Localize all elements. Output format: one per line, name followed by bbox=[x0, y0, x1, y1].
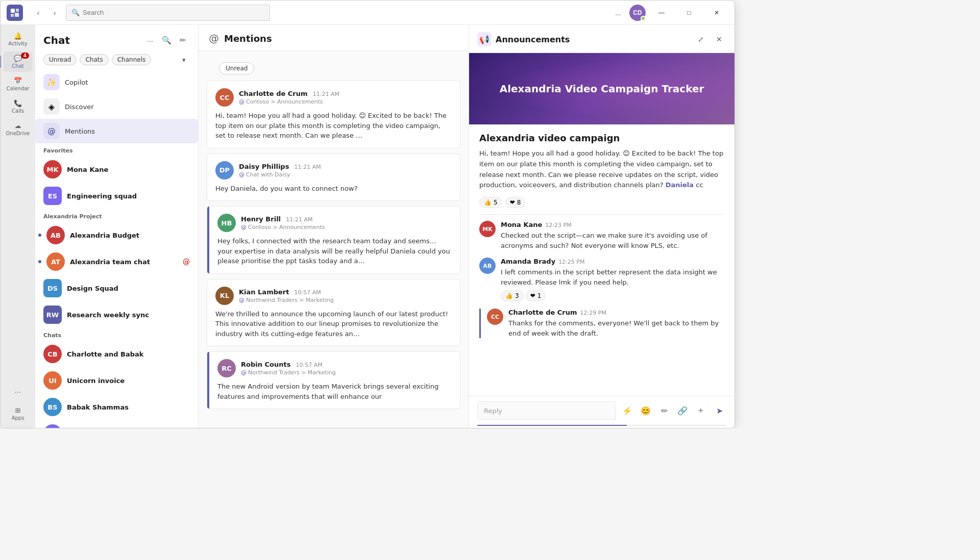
mention-meta: Charlotte de Crum 11:21 AM @ Contoso > A… bbox=[239, 90, 452, 105]
back-button[interactable]: ‹ bbox=[31, 6, 45, 20]
announcements-header: 📢 Announcements ⤢ ✕ bbox=[469, 25, 734, 53]
avatar-alexandria-team-chat: AT bbox=[46, 252, 65, 271]
unread-chip[interactable]: Unread bbox=[219, 62, 254, 74]
unread-dot bbox=[38, 234, 41, 237]
chat-item-engineering-squad[interactable]: ES Engineering squad bbox=[35, 183, 198, 209]
reply-action-emoji[interactable]: 😊 bbox=[639, 403, 653, 418]
comment-reaction-heart[interactable]: ❤ 1 bbox=[526, 290, 546, 301]
chat-more-button[interactable]: ··· bbox=[143, 33, 157, 47]
mention-card-1[interactable]: DP Daisy Phillips 11:21 AM @ Chat with D… bbox=[207, 154, 460, 201]
alexandria-project-section-header: Alexandria Project bbox=[35, 209, 198, 222]
mention-body-0: Hi, team! Hope you all had a good holida… bbox=[215, 111, 452, 141]
mention-body-4: The new Android version by team Maverick… bbox=[217, 381, 452, 401]
announcements-close-button[interactable]: ✕ bbox=[712, 32, 726, 46]
mention-source-1: @ Chat with Daisy bbox=[239, 171, 452, 178]
chat-item-info: Unicorn invoice bbox=[67, 377, 190, 385]
mention-time-1: 11:21 AM bbox=[295, 164, 321, 170]
reaction-heart[interactable]: ❤ 8 bbox=[505, 197, 526, 208]
comment-1: AB Amanda Brady 12:25 PM I left comments… bbox=[479, 258, 724, 301]
copilot-icon: ✨ bbox=[43, 74, 60, 90]
mention-card-2[interactable]: HB Henry Brill 11:21 AM @ Contoso > Anno… bbox=[207, 206, 460, 274]
svg-rect-1 bbox=[16, 9, 19, 12]
mentions-item[interactable]: @ Mentions bbox=[35, 119, 198, 143]
mention-card-0[interactable]: CC Charlotte de Crum 11:21 AM @ Contoso … bbox=[207, 81, 460, 148]
chat-panel-actions: ··· 🔍 ✏ bbox=[143, 33, 190, 47]
sidebar-item-onedrive[interactable]: ☁ OneDrive bbox=[4, 119, 32, 139]
reply-action-lightning[interactable]: ⚡ bbox=[620, 403, 634, 418]
mention-indicator: @ bbox=[183, 258, 190, 266]
mention-avatar-3: KL bbox=[215, 287, 234, 305]
sidebar-item-activity[interactable]: 🔔 Activity bbox=[4, 29, 32, 49]
mention-daniela[interactable]: Daniela bbox=[666, 181, 694, 189]
chat-item-research-weekly[interactable]: RW Research weekly sync bbox=[35, 301, 198, 328]
mention-sender-1: Daisy Phillips bbox=[239, 163, 289, 170]
announcements-expand-button[interactable]: ⤢ bbox=[694, 32, 708, 46]
chat-item-mona-kane[interactable]: MK Mona Kane bbox=[35, 156, 198, 183]
reply-action-add[interactable]: + bbox=[694, 403, 708, 418]
filter-unread[interactable]: Unread bbox=[43, 54, 77, 65]
mention-meta: Robin Counts 10:57 AM @ Northwind Trader… bbox=[241, 361, 452, 376]
apps-icon: ⊞ bbox=[15, 406, 21, 414]
reply-action-link[interactable]: 🔗 bbox=[675, 403, 690, 418]
user-avatar[interactable]: CD bbox=[629, 5, 646, 21]
comment-reaction-thumbsup[interactable]: 👍 3 bbox=[501, 290, 524, 301]
search-input[interactable] bbox=[83, 9, 264, 16]
chat-item-marie-beaudouin[interactable]: MB Marie Beaudouin bbox=[35, 420, 198, 428]
calls-icon: 📞 bbox=[14, 99, 22, 107]
sidebar-item-chat[interactable]: 4 💬 Chat bbox=[4, 52, 32, 72]
announcements-post-body: Hi, team! Hope you all had a good holida… bbox=[479, 148, 724, 191]
chat-list: ✨ Copilot ◈ Discover @ Mentions Favorite… bbox=[35, 70, 198, 428]
chat-item-alexandria-team-chat[interactable]: AT Alexandria team chat @ bbox=[35, 248, 198, 275]
reply-action-edit[interactable]: ✏ bbox=[657, 403, 671, 418]
reaction-thumbsup[interactable]: 👍 5 bbox=[479, 197, 502, 208]
search-bar[interactable]: 🔍 bbox=[66, 5, 270, 21]
mentions-title: Mentions bbox=[224, 33, 272, 44]
mention-body-1: Hey Daniela, do you want to connect now? bbox=[215, 184, 452, 194]
copilot-item[interactable]: ✨ Copilot bbox=[35, 70, 198, 94]
maximize-button[interactable]: □ bbox=[677, 5, 701, 21]
reply-input[interactable]: Reply bbox=[477, 401, 616, 420]
filter-dropdown-button[interactable]: ▾ bbox=[178, 54, 190, 66]
mention-card-4[interactable]: RC Robin Counts 10:57 AM @ Northwind Tra… bbox=[207, 351, 460, 409]
discover-item[interactable]: ◈ Discover bbox=[35, 94, 198, 119]
more-options-button[interactable]: ... bbox=[611, 6, 625, 20]
filter-channels[interactable]: Channels bbox=[112, 54, 152, 65]
chat-item-alexandria-budget[interactable]: AB Alexandria Budget bbox=[35, 222, 198, 248]
sidebar-more-button[interactable]: ··· bbox=[4, 386, 32, 399]
forward-button[interactable]: › bbox=[47, 6, 62, 20]
chat-item-name: Unicorn invoice bbox=[67, 377, 190, 385]
chat-search-button[interactable]: 🔍 bbox=[159, 33, 174, 47]
chat-item-name: Babak Shammas bbox=[67, 403, 190, 411]
chat-item-unicorn-invoice[interactable]: UI Unicorn invoice bbox=[35, 367, 198, 394]
title-bar: ‹ › 🔍 ... CD — □ ✕ bbox=[1, 1, 734, 25]
mention-avatar-1: DP bbox=[215, 161, 234, 180]
sidebar-item-apps[interactable]: ⊞ Apps bbox=[4, 403, 32, 424]
chat-item-babak-shammas[interactable]: BS Babak Shammas bbox=[35, 394, 198, 420]
chat-panel: Chat ··· 🔍 ✏ Unread Chats Channels ▾ ✨ C… bbox=[35, 25, 199, 428]
comment-time-1: 12:25 PM bbox=[558, 259, 584, 265]
comment-name-1: Amanda Brady bbox=[501, 258, 555, 265]
mention-source-4: @ Northwind Traders > Marketing bbox=[241, 369, 452, 376]
chat-item-info: Mona Kane bbox=[67, 166, 190, 173]
chat-item-charlotte-babak[interactable]: CB Charlotte and Babak bbox=[35, 341, 198, 367]
mention-avatar-4: RC bbox=[217, 359, 236, 377]
mention-source-2: @ Contoso > Announcements bbox=[241, 224, 452, 231]
comment-reactions-1: 👍 3 ❤ 1 bbox=[501, 290, 724, 301]
mention-card-3[interactable]: KL Kian Lambert 10:57 AM @ Northwind Tra… bbox=[207, 279, 460, 347]
minimize-button[interactable]: — bbox=[650, 5, 673, 21]
mention-sender-0: Charlotte de Crum bbox=[239, 90, 308, 97]
sidebar-item-calendar[interactable]: 📅 Calendar bbox=[4, 74, 32, 94]
mention-card-header: HB Henry Brill 11:21 AM @ Contoso > Anno… bbox=[217, 214, 452, 232]
avatar-mona-kane: MK bbox=[43, 160, 62, 179]
filter-chats[interactable]: Chats bbox=[80, 54, 108, 65]
mention-time-0: 11:21 AM bbox=[313, 91, 339, 97]
chat-panel-title: Chat bbox=[43, 34, 139, 46]
sidebar-item-calls[interactable]: 📞 Calls bbox=[4, 96, 32, 117]
reply-send-button[interactable]: ➤ bbox=[712, 403, 726, 418]
chat-item-name: Alexandria team chat bbox=[70, 258, 178, 266]
close-button[interactable]: ✕ bbox=[705, 5, 728, 21]
chat-compose-button[interactable]: ✏ bbox=[176, 33, 190, 47]
chat-item-design-squad[interactable]: DS Design Squad bbox=[35, 275, 198, 301]
main-content: 🔔 Activity 4 💬 Chat 📅 Calendar 📞 Calls ☁… bbox=[1, 25, 734, 428]
chat-item-name: Research weekly sync bbox=[67, 311, 190, 319]
